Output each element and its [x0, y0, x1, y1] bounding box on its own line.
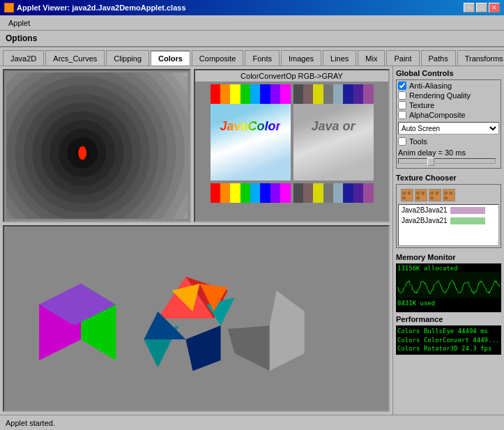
memory-monitor-section: Memory Monitor 13156K allocated 8431K us…: [396, 253, 501, 312]
texture-chooser-border: ☺☺☺ ☺☺☺ ☺☺☺ ☺☺☺ Java2BJava21 Java2BJava2…: [396, 184, 501, 248]
color-convert-images: JavaColor: [208, 82, 376, 221]
sky-bg-gray: [293, 104, 374, 181]
tab-lines[interactable]: Lines: [323, 50, 356, 66]
options-bar: Options: [0, 31, 504, 47]
texture-icon-4[interactable]: ☺☺☺: [443, 189, 455, 201]
bullseye-panel: [3, 69, 191, 222]
memory-allocated: 13156K allocated: [397, 265, 500, 272]
alpha-composite-row: AlphaComposite: [398, 111, 499, 119]
color-image-right: Java or: [293, 84, 374, 203]
texture-name-1: Java2BJava21: [402, 206, 448, 214]
tab-java2d[interactable]: Java2D: [3, 50, 44, 66]
bar-red: [211, 84, 220, 104]
menu-applet[interactable]: Applet: [3, 17, 36, 29]
color-convert-title: ColorConvertOp RGB->GRAY: [195, 70, 388, 82]
memory-monitor-title: Memory Monitor: [396, 253, 501, 261]
alpha-composite-checkbox[interactable]: [398, 111, 406, 119]
performance-text: Colors BullsEye 44494 ms Colors ColorCon…: [396, 325, 501, 355]
maximize-button[interactable]: □: [476, 3, 487, 13]
screen-dropdown-row: Auto Screen Screen Print: [398, 122, 499, 135]
texture-checkbox[interactable]: [398, 101, 406, 109]
alpha-composite-label: AlphaComposite: [409, 111, 466, 119]
performance-section: Performance Colors BullsEye 44494 ms Col…: [396, 315, 501, 355]
hex-top: [228, 291, 277, 329]
perf-line-3: Colors Rotator3D 24.3 fps: [397, 344, 500, 353]
global-controls-section: Global Controls Anti-Aliasing Rendering …: [396, 69, 501, 171]
memory-graph: [397, 272, 500, 300]
title-bar-left: Applet Viewer: java2d.Java2DemoApplet.cl…: [4, 3, 186, 13]
color-bars-bottom: [211, 183, 291, 203]
tab-composite[interactable]: Composite: [192, 50, 244, 66]
texture-chooser-title: Texture Chooser: [396, 174, 501, 182]
demo-area: ColorConvertOp RGB->GRAY: [0, 66, 392, 415]
options-label: Options: [6, 33, 37, 43]
rendering-quality-row: Rendering Quality: [398, 91, 499, 100]
bar-blue: [260, 84, 270, 104]
color-image-left: JavaColor: [211, 84, 291, 203]
demo-top: ColorConvertOp RGB->GRAY: [3, 69, 390, 222]
tab-paint[interactable]: Paint: [386, 50, 419, 66]
tab-transforms[interactable]: Transforms: [457, 50, 504, 66]
bar-yellow: [230, 84, 240, 104]
java-color-text: JavaColor: [220, 119, 280, 134]
texture-chooser-section: Texture Chooser ☺☺☺ ☺☺☺ ☺☺☺ ☺☺☺ Java2BJa…: [396, 174, 501, 250]
java-gray-text: Java or: [311, 119, 355, 134]
tab-colors[interactable]: Colors: [151, 50, 190, 66]
anti-aliasing-row: Anti-Aliasing: [398, 82, 499, 90]
minimize-button[interactable]: −: [464, 3, 475, 13]
texture-icon-3[interactable]: ☺☺☺: [429, 189, 441, 201]
close-button[interactable]: ✕: [489, 3, 500, 13]
texture-item-1[interactable]: Java2BJava21: [399, 205, 498, 215]
bullseye-canvas: [6, 72, 188, 219]
tools-checkbox[interactable]: [398, 137, 406, 146]
sky-bg-color: [211, 104, 291, 181]
demo-bottom: [3, 225, 390, 412]
tab-paths[interactable]: Paths: [421, 50, 456, 66]
memory-monitor-display: 13156K allocated 8431K used: [396, 263, 501, 312]
tab-bar: Java2D Arcs_Curves Clipping Colors Compo…: [0, 47, 504, 66]
anim-delay-section: Anim delay = 30 ms: [398, 148, 499, 164]
gray-bars-top: [293, 84, 374, 104]
gray-bars-bottom: [293, 183, 374, 203]
texture-label: Texture: [409, 101, 434, 109]
tab-arcs-curves[interactable]: Arcs_Curves: [45, 50, 105, 66]
texture-icons: ☺☺☺ ☺☺☺ ☺☺☺ ☺☺☺: [398, 186, 499, 204]
bar-purple: [270, 84, 280, 104]
texture-icon-2[interactable]: ☺☺☺: [415, 189, 427, 201]
texture-row: Texture: [398, 101, 499, 109]
anim-delay-track[interactable]: [398, 158, 496, 164]
anim-delay-thumb[interactable]: [427, 158, 434, 166]
tab-fonts[interactable]: Fonts: [245, 50, 280, 66]
hex-left: [228, 325, 270, 371]
rendering-quality-label: Rendering Quality: [409, 91, 471, 100]
tools-label: Tools: [409, 137, 427, 146]
performance-title: Performance: [396, 315, 501, 323]
memory-canvas: [397, 272, 500, 298]
anti-aliasing-checkbox[interactable]: [398, 82, 406, 90]
tab-mix[interactable]: Mix: [358, 50, 385, 66]
global-controls-border: Anti-Aliasing Rendering Quality Texture …: [396, 79, 501, 169]
color-convert-panel: ColorConvertOp RGB->GRAY: [194, 69, 390, 222]
screen-dropdown[interactable]: Auto Screen Screen Print: [398, 122, 499, 135]
texture-icon-1[interactable]: ☺☺☺: [401, 189, 413, 201]
tab-clipping[interactable]: Clipping: [106, 50, 149, 66]
texture-swatch-1: [450, 207, 485, 214]
bar-cyan: [250, 84, 260, 104]
anti-aliasing-label: Anti-Aliasing: [409, 82, 452, 90]
bar-green: [240, 84, 250, 104]
tools-row: Tools: [398, 137, 499, 146]
right-panel: Global Controls Anti-Aliasing Rendering …: [392, 66, 504, 415]
perf-line-2: Colors ColorConvert 4449...: [397, 336, 500, 345]
texture-swatch-2: [450, 217, 485, 224]
anim-delay-label: Anim delay = 30 ms: [398, 148, 499, 157]
texture-item-2[interactable]: Java2BJava21: [399, 215, 498, 226]
main-content: ColorConvertOp RGB->GRAY: [0, 66, 504, 415]
global-controls-title: Global Controls: [396, 69, 501, 77]
title-text: Applet Viewer: java2d.Java2DemoApplet.cl…: [17, 3, 186, 12]
rendering-quality-checkbox[interactable]: [398, 91, 406, 100]
tab-images[interactable]: Images: [281, 50, 321, 66]
shapes-svg: [4, 226, 388, 410]
title-bar: Applet Viewer: java2d.Java2DemoApplet.cl…: [0, 0, 504, 15]
title-buttons: − □ ✕: [464, 3, 500, 13]
status-bar: Applet started.: [0, 415, 504, 430]
